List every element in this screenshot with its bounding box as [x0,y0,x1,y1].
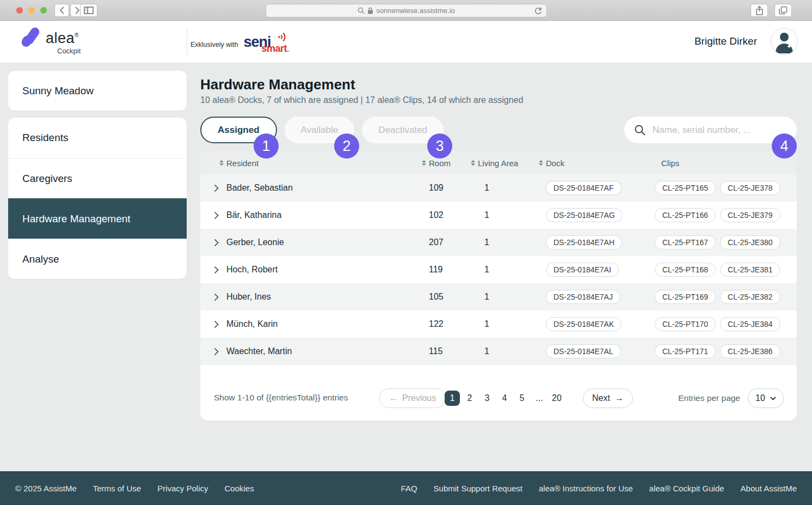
url-text: sonnenwiese.assistme.io [376,7,455,15]
expand-row-button[interactable] [200,348,226,356]
sidebar-item-label: Analyse [22,253,59,265]
clip-chip: CL-25-PT170 [655,317,716,331]
expand-row-button[interactable] [200,266,226,274]
living-area: 1 [478,292,546,302]
browser-sidebar-toggle-button[interactable] [80,4,97,17]
user-name[interactable]: Brigitte Dirker [694,35,757,47]
callout-badge-3: 3 [427,133,452,159]
room-number: 115 [429,346,478,356]
window-minimize-button[interactable] [28,7,35,14]
resident-name: Huber, Ines [226,292,429,302]
resident-name: Waechter, Martin [226,346,429,356]
table-row[interactable]: Waechter, Martin 115 1 DS-25-0184E7AL CL… [200,338,797,365]
footer-link-faq[interactable]: FAQ [401,484,417,493]
dock-chip: DS-25-0184E7AJ [546,290,620,304]
chevron-right-icon [75,7,80,14]
pagination-bar: Show 1-10 of {{entriesTotal}} entries ← … [200,388,797,408]
page-subtitle: 10 alea® Docks, 7 of which are assigned … [200,95,523,105]
filter-tabs: Assigned Available Deactivated [200,117,444,143]
table-row[interactable]: Gerber, Leonie 207 1 DS-25-0184E7AH CL-2… [200,229,797,256]
search-icon [358,7,365,14]
tab-label: Available [301,125,339,136]
show-tabs-button[interactable] [774,4,792,17]
room-number: 119 [429,265,478,275]
chevron-down-icon [770,397,776,400]
reload-button[interactable] [534,7,542,17]
resident-name: Münch, Karin [226,319,429,329]
table-row[interactable]: Münch, Karin 122 1 DS-25-0184E7AK CL-25-… [200,311,797,338]
expand-row-button[interactable] [200,211,226,220]
avatar[interactable] [771,28,798,55]
sort-icon [471,160,475,166]
page-number-5[interactable]: 5 [513,393,531,403]
column-label: Clips [661,159,679,168]
url-bar[interactable]: sonnenwiese.assistme.io [266,4,547,17]
search-input[interactable] [651,124,787,136]
browser-back-button[interactable] [54,4,69,17]
expand-row-button[interactable] [200,184,226,192]
column-header-resident[interactable]: Resident [226,159,429,168]
partner-prefix: Exklusively with [190,41,238,48]
sort-icon [539,160,543,166]
page-number-2[interactable]: 2 [461,393,478,403]
expand-row-button[interactable] [200,239,226,247]
dock-chip: DS-25-0184E7AH [546,235,622,250]
partner-logo: Exklusively with seni smart ™ [190,34,293,56]
expand-row-button[interactable] [200,320,226,328]
registered-mark: ® [75,32,78,38]
clip-chip: CL-25-PT165 [655,181,716,195]
previous-page-button[interactable]: ← Previous [379,388,446,408]
clip-chip: CL-25-PT169 [655,290,716,304]
window-zoom-button[interactable] [40,7,47,14]
table-row[interactable]: Bader, Sebastian 109 1 DS-25-0184E7AF CL… [200,174,797,202]
window-close-button[interactable] [16,7,23,14]
column-header-living-area[interactable]: Living Area [478,159,546,168]
sidebar-item-analyse[interactable]: Analyse [8,239,187,279]
seni-smart-logo: seni smart ™ [244,34,293,56]
column-header-dock[interactable]: Dock [546,159,655,168]
sidebar-item-residents[interactable]: Residents [8,118,187,158]
entries-per-page-value: 10 [755,393,765,403]
footer-link-copyright: © 2025 AssistMe [15,484,77,493]
chevron-right-icon [214,211,219,220]
footer-link-about[interactable]: About AssistMe [741,484,797,493]
footer-link-cookies[interactable]: Cookies [225,484,254,493]
sidebar-item-facility[interactable]: Sunny Meadow [8,71,187,111]
footer-link-support[interactable]: Submit Support Request [434,484,522,493]
next-page-button[interactable]: Next → [583,388,633,408]
living-area: 1 [478,210,546,220]
living-area: 1 [478,265,546,275]
search-box [624,117,797,143]
living-area: 1 [478,319,546,329]
table-row[interactable]: Bär, Katharina 102 1 DS-25-0184E7AG CL-2… [200,202,797,229]
callout-badge-2: 2 [334,133,359,159]
expand-row-button[interactable] [200,293,226,301]
column-header-clips: Clips [655,159,797,168]
share-button[interactable] [751,4,768,17]
chevron-left-icon [59,7,64,14]
footer-link-privacy[interactable]: Privacy Policy [157,484,208,493]
footer-link-instructions[interactable]: alea® Instructions for Use [539,484,633,493]
sidebar-item-label: Residents [22,132,69,144]
footer-link-terms[interactable]: Terms of Use [93,484,141,493]
clip-chip: CL-25-JE379 [720,208,780,222]
table-row[interactable]: Hoch, Robert 119 1 DS-25-0184E7AI CL-25-… [200,256,797,283]
page-number-4[interactable]: 4 [496,393,513,403]
resident-name: Bader, Sebastian [226,183,429,193]
page-number-20[interactable]: 20 [548,393,565,403]
entries-per-page-select[interactable]: 10 [748,388,784,408]
sidebar-item-hardware-management[interactable]: Hardware Management [8,198,187,239]
alea-logo: alea® Cockpit [20,27,81,55]
page-number-3[interactable]: 3 [478,393,496,403]
trademark-mark: ™ [286,50,290,53]
room-number: 122 [429,319,478,329]
brand-name: alea [46,30,75,46]
clip-chip: CL-25-JE378 [720,181,780,195]
footer-link-cockpit-guide[interactable]: alea® Cockpit Guide [649,484,724,493]
page-number-1[interactable]: 1 [445,391,460,406]
resident-name: Hoch, Robert [226,265,429,275]
chevron-right-icon [214,348,219,356]
sidebar-item-caregivers[interactable]: Caregivers [8,158,187,198]
table-row[interactable]: Huber, Ines 105 1 DS-25-0184E7AJ CL-25-P… [200,283,797,311]
previous-label: Previous [402,393,436,403]
